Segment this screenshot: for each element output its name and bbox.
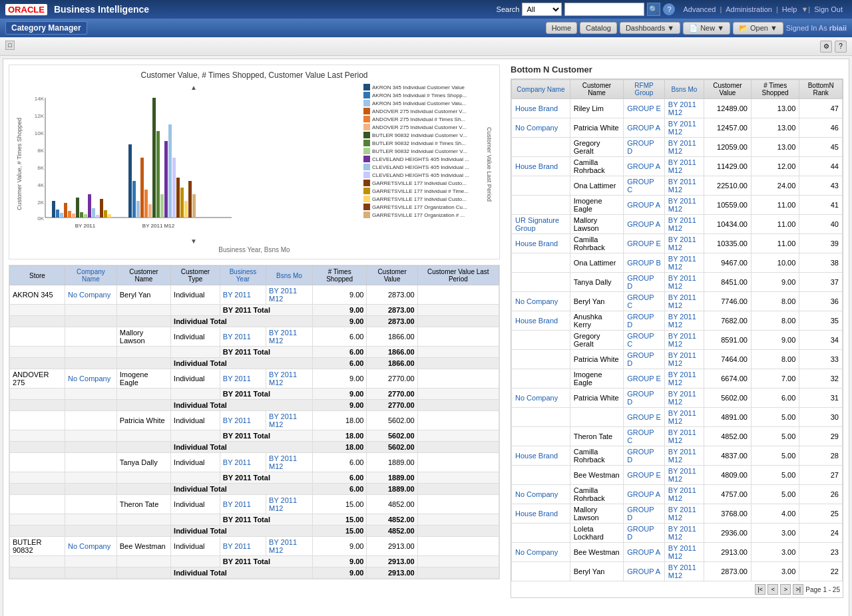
col-mo[interactable]: Bsns Mo <box>266 266 313 285</box>
svg-text:BY 2011: BY 2011 <box>75 223 96 229</box>
signout-link[interactable]: Sign Out <box>810 5 847 13</box>
svg-rect-37 <box>176 178 180 218</box>
cell-company[interactable]: No Company <box>65 285 116 305</box>
legend-color-10 <box>363 156 370 162</box>
svg-rect-28 <box>140 158 144 218</box>
svg-rect-15 <box>72 214 75 218</box>
right-table-row: Loleta Lockhard GROUP D BY 2011 M12 2936… <box>512 524 843 543</box>
page-first-btn[interactable]: |< <box>755 584 765 595</box>
toolbar-right: ⚙ ? <box>820 41 847 53</box>
search-input[interactable] <box>564 3 644 16</box>
cell-by[interactable]: BY 2011 <box>220 327 266 347</box>
svg-text:8K: 8K <box>37 148 44 154</box>
cell-last <box>417 285 499 305</box>
svg-rect-38 <box>180 188 184 218</box>
new-label: New <box>700 24 715 32</box>
right-table-row: House Brand Riley Lim GROUP E BY 2011 M1… <box>512 99 843 118</box>
breadcrumb-item[interactable]: Category Manager <box>5 21 87 35</box>
dashboards-arrow: ▼ <box>667 24 674 32</box>
page-last-btn[interactable]: >| <box>793 584 803 595</box>
scroll-down-arrow[interactable]: ▼ <box>25 237 362 245</box>
cell-type: Individual <box>171 285 220 305</box>
col-cust-name: Customer Name <box>570 80 623 99</box>
right-table-row: No Company Camilla Rohrback GROUP A BY 2… <box>512 485 843 504</box>
cell-customer: Mallory Lawson <box>116 327 170 347</box>
advanced-link[interactable]: Advanced <box>679 5 720 13</box>
table-row-subtotal: Individual Total 9.00 2873.00 <box>10 316 499 327</box>
second-bar-right: Home Catalog Dashboards ▼ 📄 New ▼ 📂 Open… <box>546 22 847 35</box>
svg-text:14K: 14K <box>35 96 45 102</box>
search-select[interactable]: All <box>522 3 562 16</box>
new-btn[interactable]: 📄 New ▼ <box>683 22 730 35</box>
table-row: BUTLER 90832 No Company Bee Westman Indi… <box>10 537 499 556</box>
legend-item: GARRETSVILLE 177 Individual Custo... <box>363 180 483 186</box>
cell-mo[interactable]: BY 2011 M12 <box>266 285 313 305</box>
right-table-row: No Company Bee Westman GROUP A BY 2011 M… <box>512 543 843 562</box>
legend-item: GARRETSVILLE 177 Individual # Time... <box>363 188 483 194</box>
search-button[interactable]: 🔍 <box>647 3 660 16</box>
table-row-total: BY 2011 Total 15.00 4852.00 <box>10 514 499 526</box>
col-rfmp[interactable]: RFMP Group <box>624 80 665 99</box>
legend-item: GARRETSVILLE 177 Organization Cu... <box>363 204 483 210</box>
svg-text:BY 2011 M12: BY 2011 M12 <box>142 223 175 229</box>
toolbar-help-btn[interactable]: ? <box>835 41 847 53</box>
table-row-subtotal: Individual Total 15.00 4852.00 <box>10 526 499 537</box>
svg-rect-40 <box>188 181 192 218</box>
administration-link[interactable]: Administration <box>722 5 776 13</box>
svg-rect-23 <box>104 210 107 218</box>
legend-item: GARRETSVILLE 177 Organization # ... <box>363 212 483 218</box>
legend-item: BUTLER 90832 Individual Customer V... <box>363 132 483 138</box>
right-table-row: UR Signature Group Mallory Lawson GROUP … <box>512 215 843 234</box>
legend-color-9 <box>363 148 370 154</box>
help-link[interactable]: Help <box>778 5 801 13</box>
col-company-name[interactable]: Company Name <box>512 80 570 99</box>
legend-color-17 <box>363 212 370 218</box>
minimize-btn[interactable]: □ <box>5 41 15 50</box>
open-arrow: ▼ <box>770 24 777 32</box>
legend-item: AKRON 345 Individual Customer Valu... <box>363 100 483 106</box>
cell-customer: Beryl Yan <box>116 285 170 305</box>
dashboards-btn[interactable]: Dashboards ▼ <box>620 22 680 34</box>
toolbar-settings-btn[interactable]: ⚙ <box>820 41 832 53</box>
table-row: Tanya Dally Individual BY 2011 BY 2011 M… <box>10 453 499 472</box>
chart-section: Customer Value, # Times Shopped, Custome… <box>9 65 500 259</box>
legend-color-6 <box>363 124 370 130</box>
bar-chart-svg: 14K 12K 10K 8K 6K 4K 2K 0K <box>25 91 238 237</box>
col-by[interactable]: Business Year <box>220 266 266 285</box>
scroll-up-arrow[interactable]: ▲ <box>25 84 362 91</box>
svg-rect-26 <box>132 181 136 218</box>
home-btn[interactable]: Home <box>546 22 577 34</box>
svg-rect-39 <box>184 201 188 218</box>
legend-item: AKRON 345 Individual Customer Value <box>363 84 483 90</box>
cell-mo[interactable]: BY 2011 M12 <box>266 327 313 347</box>
legend-item: CLEVELAND HEIGHTS 405 Individual ... <box>363 172 483 178</box>
bottom-data-table: Store Company Name Customer Name Custome… <box>9 265 499 579</box>
svg-rect-17 <box>80 212 83 218</box>
right-table-row: Beryl Yan GROUP A BY 2011 M12 2873.00 3.… <box>512 562 843 581</box>
cell-type: Individual <box>171 327 220 347</box>
page-next-btn[interactable]: > <box>780 584 791 595</box>
legend-color-8 <box>363 140 370 146</box>
dashboard-label: Dashboards <box>626 24 665 32</box>
svg-rect-21 <box>96 215 99 218</box>
col-last: Customer Value Last Period <box>417 266 499 285</box>
svg-rect-36 <box>172 158 176 218</box>
col-bsns-mo[interactable]: Bsns Mo <box>664 80 704 99</box>
page-prev-btn[interactable]: < <box>767 584 778 595</box>
cell-by[interactable]: BY 2011 <box>220 285 266 305</box>
catalog-btn[interactable]: Catalog <box>580 22 617 34</box>
legend-color-3 <box>363 100 370 106</box>
col-company[interactable]: Company Name <box>65 266 116 285</box>
right-table-row: Theron Tate GROUP C BY 2011 M12 4852.00 … <box>512 427 843 446</box>
oracle-logo: ORACLE <box>5 4 47 15</box>
legend-color-4 <box>363 108 370 114</box>
legend-color-2 <box>363 92 370 98</box>
right-table-row: Imogene Eagle GROUP A BY 2011 M12 10559.… <box>512 196 843 215</box>
open-btn[interactable]: 📂 Open ▼ <box>733 22 783 35</box>
svg-rect-13 <box>64 203 67 218</box>
x-axis-label: Business Year, Bsns Mo <box>15 246 494 253</box>
right-y-label: Customer Value Last Period <box>485 84 494 245</box>
svg-rect-27 <box>136 201 140 218</box>
svg-rect-29 <box>144 190 148 218</box>
help-icon-circle[interactable]: ? <box>663 3 675 15</box>
